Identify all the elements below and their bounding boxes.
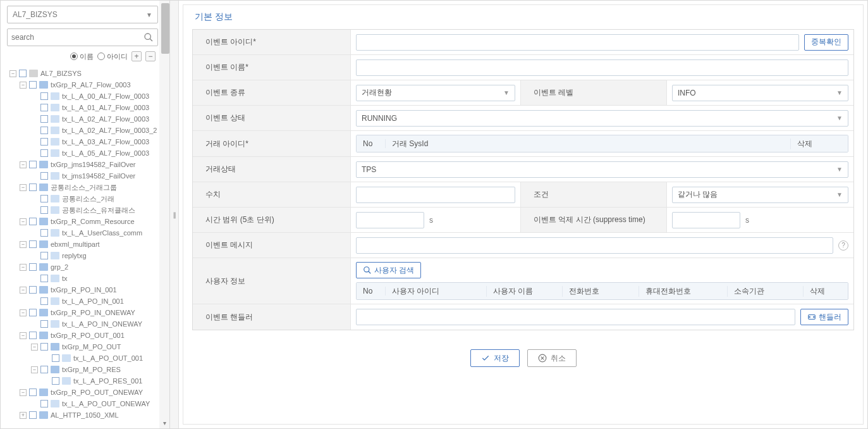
tree-toggle-icon[interactable]: − — [31, 366, 38, 373]
condition-select[interactable]: 같거나 많음 ▼ — [672, 187, 848, 203]
tree-toggle-icon[interactable]: − — [20, 389, 27, 396]
tree-checkbox[interactable] — [52, 377, 59, 385]
scroll-down-icon[interactable]: ▾ — [159, 418, 169, 428]
tree-checkbox[interactable] — [40, 252, 48, 259]
search-box[interactable] — [7, 28, 158, 46]
tree-checkbox[interactable] — [29, 309, 37, 316]
event-name-input[interactable] — [356, 59, 848, 76]
tree-node[interactable]: tx_L_A_PO_OUT_ONEWAY — [7, 398, 158, 409]
tree-node[interactable]: tx_L_A_PO_RES_001 — [7, 375, 158, 387]
tree-node[interactable]: tx — [7, 273, 158, 284]
tree-node[interactable]: tx_jms194582_FailOver — [7, 170, 158, 182]
tree-node[interactable]: tx_L_A_02_AL7_Flow_0003_2 — [7, 125, 158, 136]
tree-node[interactable]: −txGrp_R_PO_IN_001 — [7, 284, 158, 295]
tree-node[interactable]: −AL7_BIZSYS — [7, 68, 158, 79]
tree-checkbox[interactable] — [29, 411, 37, 419]
tree-node[interactable]: −txGrp_jms194582_FailOver — [7, 159, 158, 170]
tree-checkbox[interactable] — [29, 161, 37, 168]
tree-node[interactable]: replytxg — [7, 250, 158, 261]
tree-toggle-icon[interactable]: − — [31, 344, 38, 351]
tree-node[interactable]: tx_L_A_01_AL7_Flow_0003 — [7, 102, 158, 113]
system-select[interactable]: AL7_BIZSYS ▼ — [7, 6, 158, 23]
tree-node[interactable]: −grp_2 — [7, 261, 158, 273]
radio-id[interactable]: 아이디 — [97, 52, 128, 61]
tree-node[interactable]: 공통리소스_유저클래스 — [7, 204, 158, 216]
tree-checkbox[interactable] — [52, 354, 59, 362]
tree-node[interactable]: tx_L_A_05_AL7_Flow_0003 — [7, 147, 158, 159]
cancel-button[interactable]: 취소 — [527, 349, 577, 367]
tree-checkbox[interactable] — [40, 343, 48, 351]
scrollbar[interactable]: ▾ — [159, 1, 169, 428]
tree-node[interactable]: −txGrp_R_Comm_Resource — [7, 216, 158, 227]
tree-node[interactable]: −txGrp_R_PO_OUT_ONEWAY — [7, 387, 158, 398]
tree-checkbox[interactable] — [40, 195, 48, 202]
tree-checkbox[interactable] — [40, 127, 48, 134]
tree-node[interactable]: tx_L_A_PO_IN_ONEWAY — [7, 318, 158, 330]
tree-node[interactable]: −txGrp_M_PO_RES — [7, 364, 158, 375]
tree-checkbox[interactable] — [29, 389, 37, 396]
event-type-select[interactable]: 거래현황 ▼ — [356, 85, 515, 101]
tree-checkbox[interactable] — [29, 332, 37, 339]
event-msg-input[interactable] — [356, 237, 833, 254]
handler-button[interactable]: 핸들러 — [800, 309, 848, 325]
event-handler-input[interactable] — [356, 309, 795, 325]
tree-node[interactable]: tx_L_A_PO_IN_001 — [7, 295, 158, 307]
tree-node[interactable]: tx_L_A_02_AL7_Flow_0003 — [7, 113, 158, 125]
tree-node[interactable]: 공통리소스_거래 — [7, 193, 158, 204]
tree-node[interactable]: −txGrp_R_AL7_Flow_0003 — [7, 79, 158, 90]
save-button[interactable]: 저장 — [470, 349, 520, 367]
time-range-input[interactable] — [356, 212, 424, 228]
tree-checkbox[interactable] — [29, 240, 37, 248]
tree-toggle-icon[interactable]: − — [20, 309, 27, 316]
tree-checkbox[interactable] — [29, 286, 37, 294]
tree-node[interactable]: −txGrp_M_PO_OUT — [7, 341, 158, 352]
tree-node[interactable]: tx_L_A_UserClass_comm — [7, 227, 158, 239]
tree-checkbox[interactable] — [40, 92, 48, 100]
tree-toggle-icon[interactable]: − — [20, 218, 27, 225]
tree-toggle-icon[interactable]: − — [20, 264, 27, 271]
tree-node[interactable]: tx_L_A_PO_OUT_001 — [7, 352, 158, 364]
tree-checkbox[interactable] — [40, 366, 48, 373]
tree-toggle-icon[interactable]: − — [20, 184, 27, 191]
search-input[interactable] — [11, 33, 144, 42]
tree-toggle-icon[interactable]: − — [20, 241, 27, 248]
dup-check-button[interactable]: 중복확인 — [804, 34, 848, 51]
tree-toggle-icon[interactable]: − — [9, 70, 16, 77]
radio-name[interactable]: 이름 — [70, 52, 94, 61]
event-status-select[interactable]: RUNNING ▼ — [356, 110, 848, 127]
tree-checkbox[interactable] — [40, 104, 48, 111]
tree-checkbox[interactable] — [29, 81, 37, 89]
tree-checkbox[interactable] — [40, 320, 48, 328]
tree-checkbox[interactable] — [40, 206, 48, 214]
tree-node[interactable]: −ebxml_multipart — [7, 239, 158, 250]
tree-checkbox[interactable] — [29, 218, 37, 225]
tree-toggle-icon[interactable]: − — [20, 82, 27, 89]
tree-checkbox[interactable] — [29, 263, 37, 271]
expand-all-button[interactable]: + — [131, 51, 142, 61]
collapse-all-button[interactable]: − — [145, 51, 156, 61]
tree-node[interactable]: −txGrp_R_PO_OUT_001 — [7, 330, 158, 341]
tree-checkbox[interactable] — [29, 183, 37, 191]
tree-checkbox[interactable] — [40, 149, 48, 157]
tree-checkbox[interactable] — [40, 229, 48, 237]
txn-state-select[interactable]: TPS ▼ — [356, 161, 848, 178]
tree-checkbox[interactable] — [40, 138, 48, 146]
tree-node[interactable]: +AL_HTTP_1050_XML — [7, 409, 158, 421]
tree-checkbox[interactable] — [19, 70, 27, 77]
tree-toggle-icon[interactable]: − — [20, 161, 27, 168]
help-icon[interactable]: ? — [838, 240, 848, 251]
splitter-handle[interactable]: ❚ — [170, 1, 179, 428]
tree-toggle-icon[interactable]: − — [20, 332, 27, 339]
tree-toggle-icon[interactable]: − — [20, 287, 27, 294]
tree-checkbox[interactable] — [40, 115, 48, 123]
tree-toggle-icon[interactable]: + — [20, 412, 27, 419]
tree-node[interactable]: −txGrp_R_PO_IN_ONEWAY — [7, 307, 158, 318]
event-id-input[interactable] — [356, 34, 799, 51]
tree-checkbox[interactable] — [40, 172, 48, 180]
tree-node[interactable]: −공통리소스_거래그룹 — [7, 182, 158, 193]
suppress-input[interactable] — [672, 212, 740, 228]
tree-node[interactable]: tx_L_A_03_AL7_Flow_0003 — [7, 136, 158, 147]
user-search-button[interactable]: 사용자 검색 — [356, 262, 421, 278]
value-input[interactable] — [356, 187, 515, 203]
tree-checkbox[interactable] — [40, 400, 48, 407]
